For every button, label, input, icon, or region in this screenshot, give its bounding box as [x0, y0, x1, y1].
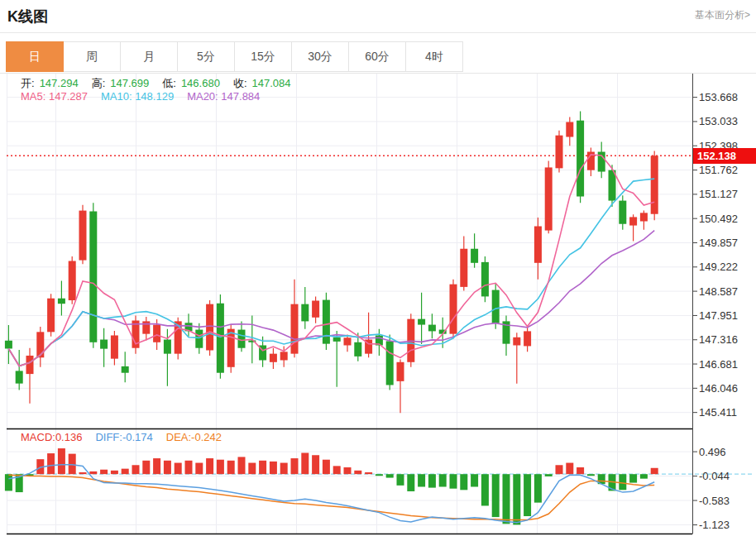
ma10-line [8, 179, 654, 366]
price-axis-label: 147.951 [699, 309, 738, 322]
tab-day[interactable]: 日 [6, 41, 64, 72]
price-axis-label: 146.681 [699, 358, 738, 371]
price-axis-label: 151.127 [699, 188, 738, 200]
price-axis-label: 153.033 [699, 115, 738, 127]
macd-legend-item: DEA:-0.242 [166, 431, 222, 443]
dea-line [8, 475, 654, 519]
tab-15min[interactable]: 15分 [234, 41, 292, 72]
ma-legend-item: MA10: 148.129 [101, 90, 174, 103]
price-axis-label: 145.411 [699, 406, 737, 419]
price-axis-label: 149.222 [699, 261, 738, 273]
ohlc-value: 147.699 [110, 77, 149, 89]
tab-week[interactable]: 周 [63, 41, 121, 72]
ma-legend: MA5: 147.287MA10: 148.129MA20: 147.884 [21, 90, 273, 103]
tab-month[interactable]: 月 [120, 41, 178, 72]
macd-axis-label: -1.123 [699, 519, 730, 531]
price-axis-label: 148.587 [699, 285, 738, 298]
ma-legend-item: MA20: 147.884 [187, 90, 260, 103]
candles-layer [5, 112, 658, 414]
ohlc-label: 高: [92, 77, 106, 89]
tab-5min[interactable]: 5分 [177, 41, 235, 72]
ohlc-value: 147.294 [40, 77, 79, 89]
ohlc-value: 146.680 [181, 77, 220, 89]
macd-legend-item: DIFF:-0.174 [95, 431, 152, 443]
timeframe-tab-bar: 日周月5分15分30分60分4时 [0, 41, 756, 74]
tab-60min[interactable]: 60分 [348, 41, 406, 72]
macd-axis-label: -0.583 [699, 495, 730, 507]
macd-histogram-layer [5, 448, 658, 524]
price-axis-label: 147.316 [699, 333, 738, 346]
ma-legend-item: MA5: 147.287 [21, 90, 88, 103]
grid-layer [7, 73, 692, 534]
current-price-badge: 152.138 [693, 148, 756, 164]
macd-legend-item: MACD:0.136 [21, 431, 82, 443]
macd-axis-label: 0.496 [699, 446, 726, 458]
macd-axis-label: -0.044 [699, 470, 730, 482]
price-axis-label: 149.857 [699, 237, 738, 249]
timeframe-tabs: 日周月5分15分30分60分4时 [7, 41, 463, 72]
ohlc-value: 147.084 [252, 77, 291, 89]
page-title: K线图 [7, 7, 48, 26]
macd-legend: MACD:0.136DIFF:-0.174DEA:-0.242 [21, 431, 235, 443]
ohlc-legend: 开:147.294高:147.699低:146.680收:147.084 [21, 76, 304, 91]
ohlc-label: 开: [21, 77, 35, 89]
page-header: K线图 基本面分析> [0, 0, 756, 33]
ma-lines-layer [8, 155, 654, 366]
price-axis-label: 153.668 [699, 91, 738, 103]
tab-30min[interactable]: 30分 [291, 41, 349, 72]
ohlc-label: 收: [233, 77, 247, 89]
ma5-line [8, 155, 654, 366]
ohlc-label: 低: [162, 77, 176, 89]
tab-4hour[interactable]: 4时 [405, 41, 463, 72]
price-axis-label: 151.762 [699, 164, 738, 176]
axis-layer [7, 73, 697, 534]
fundamental-analysis-link[interactable]: 基本面分析> [695, 8, 750, 22]
price-axis-label: 150.492 [699, 213, 738, 225]
price-axis-label: 146.046 [699, 382, 738, 395]
